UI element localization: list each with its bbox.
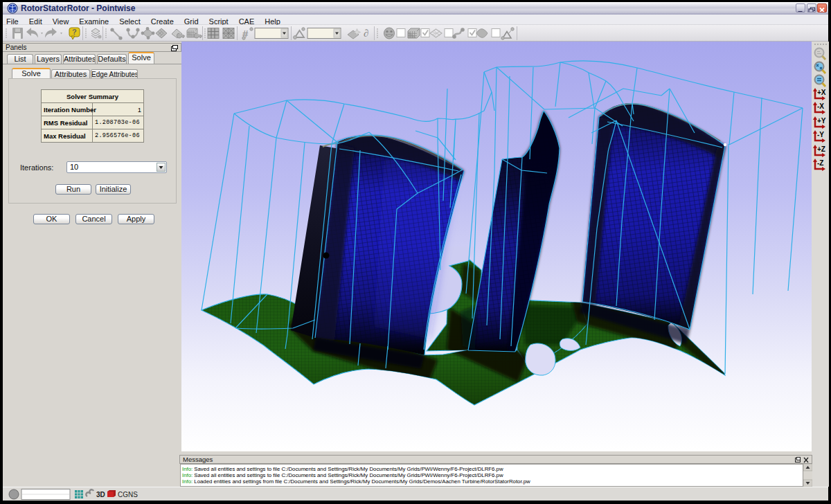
- svg-text:+Y: +Y: [817, 117, 826, 125]
- svg-text:?: ?: [72, 28, 77, 36]
- svg-text:3D: 3D: [96, 491, 105, 498]
- svg-text:CGNS: CGNS: [118, 491, 138, 498]
- svg-text:+Z: +Z: [817, 145, 825, 153]
- svg-text:+X: +X: [817, 89, 826, 96]
- svg-text:-Y: -Y: [817, 131, 824, 138]
- svg-text:∂: ∂: [364, 28, 368, 39]
- svg-text:-Z: -Z: [817, 159, 823, 167]
- svg-text:-X: -X: [817, 102, 824, 110]
